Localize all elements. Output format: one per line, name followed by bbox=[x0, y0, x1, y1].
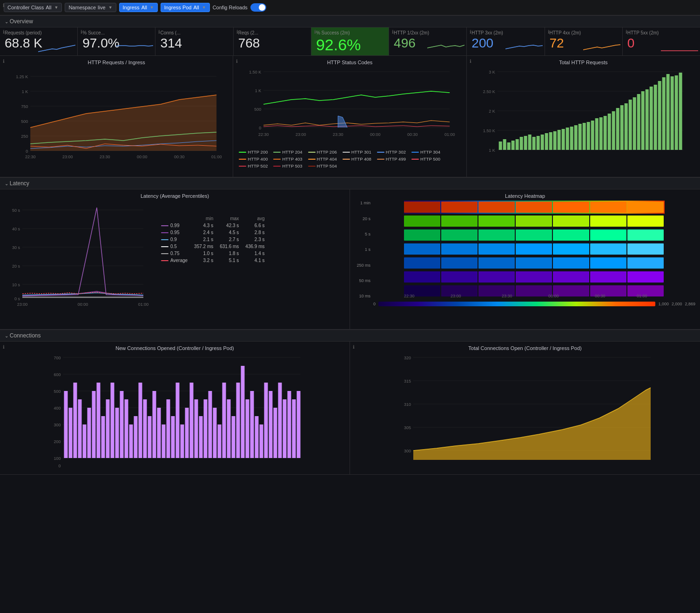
chart-title: HTTP Requests / Ingress bbox=[4, 60, 229, 65]
chevron-down-icon: ▼ bbox=[54, 5, 58, 10]
heatmap-y-1s: 1 s bbox=[354, 247, 370, 252]
namespace-label: Namespace bbox=[68, 5, 96, 10]
svg-rect-103 bbox=[404, 202, 440, 213]
stat-info-icon: ℹ bbox=[236, 29, 238, 34]
svg-rect-218 bbox=[274, 408, 277, 458]
svg-rect-176 bbox=[78, 399, 82, 458]
chart-title: Total HTTP Requests bbox=[471, 60, 696, 65]
svg-rect-191 bbox=[148, 416, 152, 458]
svg-text:750: 750 bbox=[21, 104, 28, 109]
svg-rect-144 bbox=[627, 271, 664, 283]
svg-rect-74 bbox=[633, 97, 636, 150]
svg-rect-115 bbox=[590, 216, 626, 227]
mini-chart bbox=[38, 41, 75, 54]
ingress-filter[interactable]: Ingress All ▼ bbox=[119, 3, 158, 12]
latency-section-header[interactable]: Latency bbox=[0, 177, 700, 189]
svg-rect-76 bbox=[641, 91, 644, 150]
svg-text:30 s: 30 s bbox=[12, 245, 20, 250]
svg-rect-137 bbox=[627, 257, 664, 269]
svg-rect-84 bbox=[674, 75, 678, 150]
http-charts-row: ℹ HTTP Requests / Ingress 1.25 K 1 K 750… bbox=[0, 56, 700, 177]
heatmap-y-5s: 5 s bbox=[354, 232, 370, 236]
svg-text:00:00: 00:00 bbox=[78, 302, 88, 307]
heatmap-colorbar-min: 0 bbox=[373, 302, 376, 306]
svg-text:1 K: 1 K bbox=[489, 148, 495, 153]
svg-rect-55 bbox=[553, 131, 556, 150]
svg-rect-181 bbox=[101, 416, 105, 458]
svg-text:01:00: 01:00 bbox=[138, 302, 149, 307]
stat-info-icon: ℹ bbox=[626, 29, 627, 34]
svg-rect-196 bbox=[171, 416, 175, 458]
legend-http403: HTTP 403 bbox=[273, 156, 302, 162]
heatmap-title: Latency Heatmap bbox=[354, 193, 696, 199]
svg-rect-205 bbox=[213, 408, 217, 458]
controller-class-filter[interactable]: Controller Class All ▼ bbox=[4, 3, 62, 12]
mini-chart bbox=[505, 41, 543, 54]
latency-grid: ℹ Latency (Average Percentiles) 50 s 40 … bbox=[0, 189, 700, 330]
total-http-svg: 3 K 2.50 K 2 K 1.50 K 1 K bbox=[471, 67, 696, 169]
svg-rect-138 bbox=[404, 271, 440, 283]
legend-http499: HTTP 499 bbox=[377, 156, 406, 162]
legend-http302: HTTP 302 bbox=[377, 149, 406, 155]
legend-http400: HTTP 400 bbox=[239, 156, 268, 162]
svg-text:3 K: 3 K bbox=[489, 70, 495, 74]
svg-rect-190 bbox=[143, 399, 147, 458]
legend-http500: HTTP 500 bbox=[411, 156, 440, 162]
svg-rect-51 bbox=[536, 136, 539, 150]
svg-rect-184 bbox=[115, 408, 119, 458]
chart-info-icon: ℹ bbox=[3, 3, 5, 8]
svg-text:600: 600 bbox=[54, 372, 61, 377]
ingress-pod-filter[interactable]: Ingress Pod All ▼ bbox=[161, 3, 210, 12]
svg-rect-68 bbox=[607, 114, 611, 150]
svg-text:01:00: 01:00 bbox=[444, 132, 455, 137]
latency-percentiles-svg: 50 s 40 s 30 s 20 s 10 s 0 s 23:00 bbox=[4, 201, 153, 312]
svg-rect-188 bbox=[134, 416, 138, 458]
stat-label: HTTP 3xx (2m) bbox=[471, 30, 539, 35]
stat-label: Reqs (2... bbox=[238, 30, 306, 35]
latency-row-075: 0.75 1.0 s 1.8 s 1.4 s bbox=[158, 250, 268, 256]
svg-text:23:30: 23:30 bbox=[333, 132, 343, 137]
chart-info-icon: ℹ bbox=[3, 59, 5, 64]
overview-section-header[interactable]: Overview bbox=[0, 15, 700, 27]
config-reloads-toggle[interactable] bbox=[250, 3, 266, 12]
legend-http204: HTTP 204 bbox=[273, 149, 302, 155]
svg-text:700: 700 bbox=[54, 356, 61, 360]
svg-rect-220 bbox=[283, 399, 287, 458]
svg-rect-217 bbox=[269, 391, 273, 458]
mini-chart bbox=[427, 41, 464, 54]
svg-rect-61 bbox=[578, 124, 581, 150]
svg-rect-43 bbox=[503, 139, 506, 150]
chart-info-icon: ℹ bbox=[470, 59, 471, 64]
svg-rect-47 bbox=[519, 137, 523, 150]
svg-rect-73 bbox=[628, 100, 632, 150]
svg-rect-123 bbox=[627, 229, 664, 241]
svg-rect-222 bbox=[292, 399, 296, 458]
svg-rect-121 bbox=[553, 229, 589, 241]
total-http-requests-chart: ℹ Total HTTP Requests 3 K 2.50 K 2 K 1.5… bbox=[467, 56, 700, 177]
svg-rect-182 bbox=[106, 399, 110, 458]
svg-rect-78 bbox=[649, 87, 653, 150]
namespace-filter[interactable]: Namespace live ▼ bbox=[65, 3, 116, 12]
heatmap-colorbar-max: 2,869 bbox=[685, 302, 695, 306]
svg-text:1 K: 1 K bbox=[255, 88, 262, 93]
svg-text:22:30: 22:30 bbox=[404, 294, 415, 298]
svg-rect-117 bbox=[404, 229, 440, 241]
stat-value: 768 bbox=[238, 36, 306, 51]
svg-rect-183 bbox=[111, 383, 114, 458]
svg-rect-131 bbox=[404, 257, 440, 269]
svg-rect-60 bbox=[574, 125, 577, 150]
heatmap-y-1min: 1 min bbox=[354, 201, 370, 205]
svg-text:23:30: 23:30 bbox=[502, 294, 512, 298]
new-connections-chart: ℹ New Connections Opened (Controller / I… bbox=[0, 342, 350, 474]
svg-rect-49 bbox=[528, 135, 531, 150]
svg-text:22:30: 22:30 bbox=[25, 155, 36, 159]
stat-info-icon: ℹ bbox=[470, 29, 471, 34]
svg-rect-109 bbox=[627, 202, 664, 213]
svg-rect-201 bbox=[195, 399, 198, 458]
svg-text:23:00: 23:00 bbox=[17, 302, 28, 307]
svg-rect-122 bbox=[590, 229, 626, 241]
mini-chart bbox=[583, 41, 620, 54]
svg-text:500: 500 bbox=[21, 119, 28, 124]
svg-rect-139 bbox=[441, 271, 478, 283]
connections-section-header[interactable]: Connections bbox=[0, 330, 700, 342]
